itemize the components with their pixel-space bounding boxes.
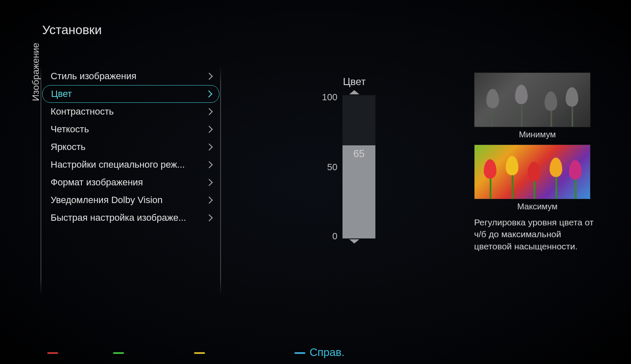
menu-item-label: Цвет [51, 88, 72, 99]
menu-item[interactable]: Формат изображения [42, 174, 219, 191]
chevron-right-icon [206, 144, 213, 151]
slider-body[interactable]: 100 50 0 65 [312, 95, 396, 238]
chevron-right-icon [206, 108, 213, 115]
menu-item-label: Формат изображения [51, 177, 143, 188]
divider [40, 67, 41, 294]
menu-item-label: Контрастность [51, 106, 114, 117]
menu-item[interactable]: Контрастность [42, 103, 219, 120]
help-label[interactable]: Справ. [310, 346, 345, 359]
menu-item-label: Уведомления Dolby Vision [51, 195, 163, 206]
menu-item[interactable]: Настройки специального реж... [42, 156, 219, 174]
menu-list: Стиль изображенияЦветКонтрастностьЧеткос… [42, 67, 219, 227]
yellow-button-icon[interactable] [194, 352, 205, 354]
preview-max-label: Максимум [474, 202, 601, 211]
chevron-right-icon [205, 91, 213, 98]
slider-title: Цвет [312, 76, 396, 88]
bottom-bar: Справ. [0, 344, 631, 356]
preview-image-min [474, 72, 591, 127]
preview-min-label: Минимум [474, 130, 601, 139]
chevron-right-icon [206, 161, 213, 169]
menu-item[interactable]: Стиль изображения [42, 67, 219, 85]
menu-item[interactable]: Яркость [42, 138, 219, 156]
arrow-down-icon[interactable] [349, 239, 359, 244]
chevron-right-icon [206, 214, 213, 222]
slider-value: 65 [342, 148, 375, 160]
menu-item[interactable]: Четкость [42, 120, 219, 138]
menu-item-label: Четкость [51, 124, 89, 135]
blue-button-icon[interactable] [294, 352, 305, 354]
arrow-up-icon[interactable] [349, 90, 359, 94]
chevron-right-icon [206, 126, 213, 133]
preview-description: Регулировка уровня цвета от ч/б до макси… [474, 217, 601, 252]
green-button-icon[interactable] [113, 352, 124, 354]
chevron-right-icon [206, 73, 213, 80]
menu-item-label: Стиль изображения [51, 71, 136, 82]
chevron-right-icon [206, 197, 213, 204]
preview-image-max [474, 145, 591, 199]
chevron-right-icon [206, 179, 213, 186]
menu-item[interactable]: Цвет [42, 85, 219, 103]
preview-panel: Минимум Максимум Регулировка уровня цвет… [474, 72, 601, 252]
menu-item[interactable]: Быстрая настройка изображе... [42, 209, 219, 227]
slider-tick-min: 0 [316, 231, 337, 242]
divider [220, 67, 221, 294]
red-button-icon[interactable] [47, 352, 58, 354]
category-label: Изображение [30, 43, 41, 101]
menu-item-label: Яркость [51, 142, 86, 153]
slider-panel: Цвет 100 50 0 65 [312, 76, 396, 244]
menu-item-label: Настройки специального реж... [51, 159, 185, 170]
slider-tick-mid: 50 [316, 162, 337, 173]
page-title: Установки [42, 23, 102, 37]
menu-item-label: Быстрая настройка изображе... [51, 212, 186, 223]
menu-item[interactable]: Уведомления Dolby Vision [42, 191, 219, 209]
slider-tick-max: 100 [316, 92, 337, 103]
